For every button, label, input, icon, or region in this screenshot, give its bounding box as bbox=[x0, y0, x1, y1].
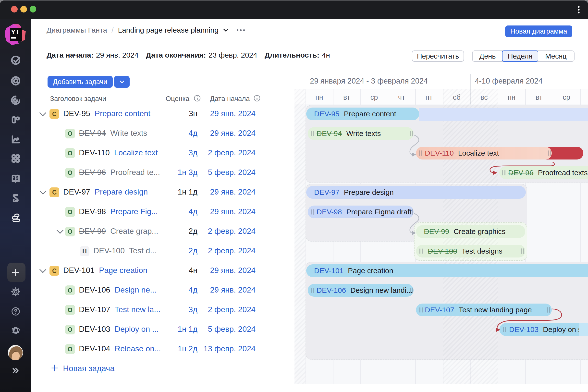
svg-text:YT: YT bbox=[11, 28, 20, 36]
